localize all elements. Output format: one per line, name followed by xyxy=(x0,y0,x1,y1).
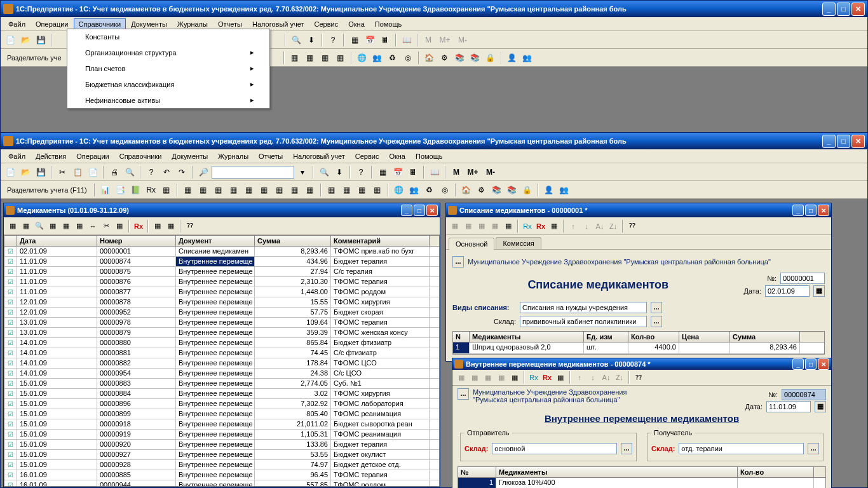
house-icon[interactable]: 🏠 xyxy=(423,51,437,65)
menu-сервис[interactable]: Сервис xyxy=(309,18,344,30)
table-row[interactable]: ☑15.01.0900000928Внутреннее перемеще74.9… xyxy=(4,460,439,470)
person-icon[interactable]: 👥 xyxy=(557,183,571,197)
menu-окна[interactable]: Окна xyxy=(343,18,370,30)
undo-icon[interactable]: ↶ xyxy=(159,165,173,179)
tab-commission[interactable]: Комиссия xyxy=(496,237,541,249)
globe-icon[interactable]: 🌐 xyxy=(355,51,369,65)
close-button[interactable]: ✕ xyxy=(851,3,865,16)
tb-icon[interactable]: ▦ xyxy=(288,51,302,65)
tb-icon[interactable]: ▦ xyxy=(181,183,195,197)
column-header[interactable]: Медикаменты xyxy=(496,467,738,477)
type-select-button[interactable]: ... xyxy=(651,302,662,313)
date-input[interactable] xyxy=(765,285,810,297)
menu-окна[interactable]: Окна xyxy=(384,151,410,162)
tb-icon[interactable]: ▦ xyxy=(468,371,481,384)
target-icon[interactable]: ◎ xyxy=(438,183,452,197)
m-plus-button[interactable]: M+ xyxy=(465,165,481,179)
table-row[interactable]: ☑11.01.0900000877Внутреннее перемеще1,44… xyxy=(4,287,439,297)
menu-помощь[interactable]: Помощь xyxy=(370,18,407,30)
tb-icon[interactable]: ▦ xyxy=(502,220,515,233)
tb-icon[interactable]: ▦ xyxy=(548,220,560,233)
new-icon[interactable]: 📄 xyxy=(3,165,17,179)
dropdown-arrow-icon[interactable]: ▾ xyxy=(295,165,309,179)
table-row[interactable]: ☑02.01.0900000001Списание медикамен8,293… xyxy=(4,247,439,257)
table-row[interactable]: ☑11.01.0900000875Внутреннее перемеще27.9… xyxy=(4,267,439,277)
dropdown-item[interactable]: Организационная структура xyxy=(67,44,269,60)
tb-icon[interactable]: 📗 xyxy=(129,183,143,197)
minimize-button[interactable]: _ xyxy=(792,358,804,370)
person-icon[interactable]: 👥 xyxy=(520,51,534,65)
tb-icon[interactable]: ▦ xyxy=(508,371,521,384)
menu-налоговый учет[interactable]: Налоговый учет xyxy=(247,18,309,30)
users-icon[interactable]: 👥 xyxy=(370,51,384,65)
tb-icon[interactable]: ▦ xyxy=(462,220,475,233)
sort-za-icon[interactable]: Z↓ xyxy=(613,371,626,384)
cut-icon[interactable]: ✂ xyxy=(55,165,69,179)
tb-icon[interactable]: ▦ xyxy=(455,371,468,384)
gear-icon[interactable]: ⚙ xyxy=(475,183,489,197)
tb-icon[interactable]: ✂ xyxy=(100,220,112,233)
tb-icon[interactable]: ▦ xyxy=(489,220,501,233)
tb-icon[interactable]: ▦ xyxy=(288,183,302,197)
dropdown-item[interactable]: Константы xyxy=(67,29,269,44)
minimize-button[interactable]: _ xyxy=(822,135,836,148)
tree-icon[interactable]: ⬇ xyxy=(304,33,318,47)
tb-icon[interactable]: ▦ xyxy=(46,220,59,233)
tb-icon[interactable]: ▦ xyxy=(20,220,32,233)
tb-icon[interactable]: ▦ xyxy=(303,51,317,65)
tb-icon[interactable]: 📊 xyxy=(98,183,112,197)
column-header[interactable]: Документ xyxy=(176,236,255,246)
calendar-button[interactable]: ▦ xyxy=(813,285,825,297)
help-arrow-icon[interactable]: ⁇ xyxy=(184,220,196,233)
column-header[interactable]: N xyxy=(453,332,470,342)
preview-icon[interactable]: 🔍 xyxy=(123,165,137,179)
table-row[interactable]: ☑13.01.0900000978Внутреннее перемеще109.… xyxy=(4,318,439,328)
recycle-icon[interactable]: ♻ xyxy=(386,51,400,65)
m-minus-button[interactable]: M- xyxy=(454,33,471,47)
down-icon[interactable]: ↓ xyxy=(587,371,599,384)
column-header[interactable]: № xyxy=(458,467,496,477)
column-header[interactable]: Дата xyxy=(17,236,97,246)
menu-отчеты[interactable]: Отчеты xyxy=(213,18,247,30)
person-icon[interactable]: 👤 xyxy=(542,183,556,197)
tb-icon[interactable]: ▦ xyxy=(318,51,332,65)
table-row[interactable]: ☑12.01.0900000952Внутреннее перемеще57.7… xyxy=(4,308,439,318)
minimize-button[interactable]: _ xyxy=(401,205,412,216)
dropdown-item[interactable]: План счетов xyxy=(67,60,269,76)
new-icon[interactable]: 📄 xyxy=(3,33,17,47)
menu-файл[interactable]: Файл xyxy=(3,151,31,162)
tb-icon[interactable]: ▦ xyxy=(273,183,287,197)
tb-icon[interactable]: ▦ xyxy=(482,371,494,384)
maximize-button[interactable]: □ xyxy=(414,205,425,216)
tb-icon[interactable]: ▦ xyxy=(212,183,226,197)
menu-операции[interactable]: Операции xyxy=(71,151,114,162)
recycle-icon[interactable]: ♻ xyxy=(423,183,437,197)
column-header[interactable]: Медикаменты xyxy=(470,332,584,342)
search-icon[interactable]: 🔎 xyxy=(196,165,210,179)
org-select-button[interactable]: ... xyxy=(452,256,464,268)
tb-rx-icon[interactable]: Rx xyxy=(541,371,553,384)
menu-документы[interactable]: Документы xyxy=(166,151,213,162)
tb-icon[interactable]: ▦ xyxy=(159,183,173,197)
receiver-store-button[interactable]: ... xyxy=(808,443,819,454)
tb-icon[interactable]: 🔍 xyxy=(33,220,46,233)
help-toggle-icon[interactable]: ? xyxy=(144,165,158,179)
close-button[interactable]: ✕ xyxy=(818,358,829,370)
m-button[interactable]: M xyxy=(449,165,463,179)
menu-журналы[interactable]: Журналы xyxy=(172,18,213,30)
save-icon[interactable]: 💾 xyxy=(34,165,48,179)
book-icon[interactable]: 📖 xyxy=(400,33,414,47)
tab-main[interactable]: Основной xyxy=(449,238,494,250)
tb-icon[interactable]: ▦ xyxy=(257,183,271,197)
search-input[interactable] xyxy=(212,166,294,179)
menu-помощь[interactable]: Помощь xyxy=(410,151,448,162)
maximize-button[interactable]: □ xyxy=(805,205,817,216)
minimize-button[interactable]: _ xyxy=(822,3,836,16)
date-input[interactable] xyxy=(766,401,811,412)
calc-icon[interactable]: ▦ xyxy=(376,165,390,179)
table-row[interactable]: ☑16.01.0900000885Внутреннее перемеще96.4… xyxy=(4,470,439,480)
open-icon[interactable]: 📂 xyxy=(18,33,32,47)
tb-icon[interactable]: ▦ xyxy=(6,220,19,233)
print-icon[interactable]: 🖨 xyxy=(107,165,121,179)
tb-rx-icon[interactable]: Rx xyxy=(527,371,540,384)
